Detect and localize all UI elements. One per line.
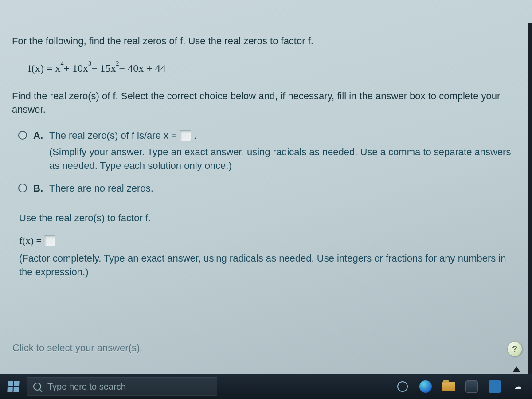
scroll-arrow-icon[interactable]: [512, 366, 520, 372]
exponent-2: 2: [116, 60, 119, 68]
choice-A-text: The real zero(s) of f is/are x =: [49, 130, 180, 141]
radio-B[interactable]: [18, 184, 27, 192]
help-button[interactable]: ?: [507, 341, 522, 356]
taskbar-tray: ☁: [396, 380, 532, 393]
eqn-part: − 40x + 44: [119, 61, 166, 75]
choice-A-hint: (Simplify your answer. Type an exact ans…: [49, 145, 523, 173]
search-icon: [33, 383, 41, 391]
eqn-part: − 15x: [91, 61, 116, 75]
app-icon[interactable]: [489, 380, 501, 393]
edge-icon[interactable]: [419, 380, 432, 393]
frame-right: [528, 23, 532, 374]
question-prompt-1: For the following, find the real zeros o…: [7, 27, 528, 61]
taskbar-search[interactable]: Type here to search: [27, 377, 217, 396]
answer-box-factored[interactable]: [44, 235, 55, 246]
factor-hint: (Factor completely. Type an exact answer…: [7, 250, 528, 297]
choice-B-letter: B.: [33, 182, 43, 196]
choice-A[interactable]: A. The real zero(s) of f is/are x = . (S…: [18, 129, 523, 172]
section-factor-prompt: Use the real zero(s) to factor f.: [7, 207, 528, 235]
file-explorer-icon[interactable]: [442, 380, 455, 393]
weather-icon[interactable]: ☁: [512, 380, 524, 393]
store-icon[interactable]: [466, 380, 478, 393]
choice-B[interactable]: B. There are no real zeros.: [18, 182, 523, 196]
question-prompt-2: Find the real zero(s) of f. Select the c…: [7, 90, 528, 129]
eqn-part: f(x) = x: [28, 61, 61, 75]
equation-display: f(x) = x4 + 10x3 − 15x2 − 40x + 44: [7, 61, 528, 90]
cortana-icon[interactable]: [396, 380, 409, 393]
radio-A[interactable]: [18, 131, 27, 140]
eqn-part: + 10x: [64, 61, 89, 75]
content-panel: For the following, find the real zeros o…: [0, 0, 532, 399]
exponent-3: 3: [88, 60, 91, 68]
choice-B-text: There are no real zeros.: [49, 182, 523, 196]
factor-lhs: f(x) =: [19, 235, 44, 246]
choice-A-period: .: [194, 130, 196, 141]
search-placeholder: Type here to search: [47, 382, 126, 392]
exponent-4: 4: [61, 60, 64, 68]
taskbar: Type here to search ☁: [0, 374, 532, 399]
start-button[interactable]: [0, 374, 27, 399]
answer-box-zeros[interactable]: [180, 130, 191, 141]
footer-instruction: Click to select your answer(s).: [12, 342, 142, 354]
choice-A-letter: A.: [33, 129, 43, 172]
windows-logo-icon: [7, 381, 19, 392]
